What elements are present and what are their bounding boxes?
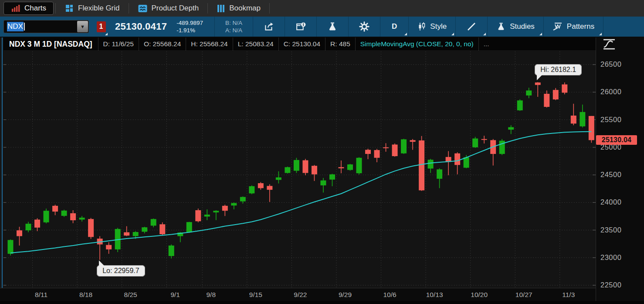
trendline-icon bbox=[466, 21, 477, 32]
tab-flexible-grid[interactable]: Flexible Grid bbox=[58, 2, 126, 15]
time-tick-label: 9/29 bbox=[339, 291, 352, 299]
depth-waves-icon bbox=[138, 4, 148, 13]
candle-body bbox=[204, 215, 210, 216]
price-axis[interactable]: 2650026000255002500024500240002350023000… bbox=[596, 38, 644, 301]
candle-body bbox=[124, 232, 129, 236]
candle-body bbox=[52, 206, 58, 212]
candle-body bbox=[79, 218, 85, 219]
candle-body bbox=[464, 157, 469, 168]
time-tick-label: 9/8 bbox=[207, 291, 216, 299]
candle-body bbox=[258, 183, 264, 188]
alerts-cell[interactable]: 1 bbox=[93, 17, 109, 37]
tab-bookmap[interactable]: Bookmap bbox=[210, 2, 268, 15]
candle-body bbox=[472, 139, 478, 147]
time-tick-label: 8/11 bbox=[35, 291, 47, 299]
candle-body bbox=[535, 82, 541, 85]
price-change: -489.9897 -1.91% bbox=[176, 17, 214, 37]
chart-mode-button[interactable] bbox=[602, 38, 617, 51]
interval-dropdown[interactable]: D bbox=[380, 17, 408, 37]
candle-body bbox=[553, 90, 559, 99]
price-tick-label: 24500 bbox=[600, 171, 621, 179]
time-tick-label: 9/1 bbox=[170, 291, 180, 299]
toolbar-separator bbox=[603, 17, 603, 37]
candle-body bbox=[481, 139, 487, 140]
tab-label: Bookmap bbox=[229, 4, 261, 13]
tab-separator bbox=[129, 3, 129, 14]
drawing-tools-dropdown[interactable] bbox=[456, 17, 487, 37]
candle-body bbox=[159, 224, 165, 234]
candle-body bbox=[437, 169, 442, 179]
candle-body bbox=[276, 178, 281, 180]
candlestick-style-icon bbox=[417, 22, 426, 31]
studies-label: Studies bbox=[510, 22, 535, 31]
candle-body bbox=[8, 240, 14, 254]
candle-body bbox=[231, 203, 237, 206]
studies-dropdown[interactable]: Studies bbox=[488, 17, 543, 37]
candle-body bbox=[401, 139, 407, 153]
candle-body bbox=[133, 232, 139, 236]
low-callout: Lo: 22959.7 bbox=[97, 265, 145, 277]
candle-body bbox=[213, 211, 219, 212]
callout-tail bbox=[99, 260, 105, 266]
candle-body bbox=[544, 94, 549, 107]
time-tick-label: 8/25 bbox=[124, 291, 137, 299]
candle-body bbox=[508, 127, 514, 130]
style-label: Style bbox=[430, 22, 447, 31]
candle-body bbox=[410, 140, 416, 142]
candle-body bbox=[151, 219, 156, 225]
time-tick-label: 10/6 bbox=[383, 291, 396, 299]
symbol-input[interactable]: NDX ▼ bbox=[3, 20, 89, 33]
ask-value: A: N/A bbox=[225, 27, 242, 34]
time-tick-label: 10/27 bbox=[515, 291, 532, 299]
style-dropdown[interactable]: Style bbox=[409, 17, 455, 37]
text-caret bbox=[24, 23, 25, 31]
candle-body bbox=[249, 186, 254, 193]
time-tick-label: 10/13 bbox=[426, 291, 443, 299]
news-info-icon bbox=[295, 21, 307, 32]
price-tick-label: 23000 bbox=[600, 253, 621, 262]
candle-body bbox=[26, 224, 31, 230]
price-chart-canvas[interactable] bbox=[3, 51, 596, 288]
bookmap-bars-icon bbox=[217, 4, 225, 13]
symbol-text: NDX bbox=[7, 22, 24, 31]
chart-toolbar: NDX ▼ 1 25130.0417 -489.9897 -1.91% B: N… bbox=[0, 17, 644, 37]
ohlc-field: O: 25568.24 bbox=[139, 38, 186, 51]
time-axis[interactable]: 8/118/188/259/19/89/159/229/2910/610/131… bbox=[0, 288, 596, 301]
ohlc-fields: D: 11/6/25O: 25568.24H: 25568.24L: 25083… bbox=[98, 38, 356, 51]
candle-body bbox=[589, 116, 594, 140]
tab-product-depth[interactable]: Product Depth bbox=[131, 2, 206, 15]
tab-charts[interactable]: Charts bbox=[3, 2, 54, 15]
price-tick-label: 24000 bbox=[600, 198, 621, 206]
study-ellipsis[interactable]: ... bbox=[479, 38, 494, 51]
candle-body bbox=[240, 197, 246, 202]
last-price-axis-badge: 25130.04 bbox=[596, 135, 637, 145]
time-tick-label: 9/15 bbox=[249, 291, 262, 299]
candle-body bbox=[17, 230, 22, 236]
thinkorswim-window: Charts Flexible Grid Product Depth bbox=[0, 0, 644, 304]
candle-body bbox=[571, 116, 576, 123]
share-button[interactable] bbox=[253, 17, 285, 37]
chart-status-row: NDX 3 M 1D [NASDAQ] D: 11/6/25O: 25568.2… bbox=[3, 38, 596, 51]
news-button[interactable] bbox=[285, 17, 316, 37]
candle-body bbox=[365, 150, 371, 154]
candle-body bbox=[106, 245, 112, 249]
patterns-dropdown[interactable]: Patterns bbox=[544, 17, 603, 37]
gear-icon bbox=[359, 21, 370, 32]
candle-body bbox=[142, 227, 147, 232]
time-tick-label: 8/18 bbox=[79, 291, 92, 299]
symbol-dropdown-button[interactable]: ▼ bbox=[77, 21, 88, 32]
alert-count-badge: 1 bbox=[97, 21, 106, 32]
price-tick-label: 26000 bbox=[600, 88, 621, 96]
bar-chart-icon bbox=[11, 4, 20, 13]
candle-body bbox=[428, 160, 434, 168]
analyze-button[interactable] bbox=[317, 17, 348, 37]
left-splitter[interactable] bbox=[0, 38, 3, 301]
candle-body bbox=[454, 154, 460, 165]
candle-body bbox=[526, 90, 532, 95]
ohlc-field: C: 25130.04 bbox=[279, 38, 325, 51]
time-tick-label: 11/3 bbox=[562, 291, 575, 299]
bid-value: B: N/A bbox=[225, 19, 242, 27]
study-label[interactable]: SimpleMovingAvg (CLOSE, 20, 0, no) bbox=[356, 38, 479, 51]
settings-button[interactable] bbox=[349, 17, 380, 37]
candle-body bbox=[302, 160, 308, 173]
